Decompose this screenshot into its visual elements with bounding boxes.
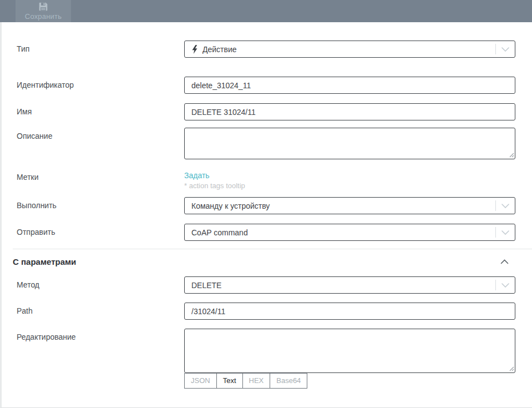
lightning-bolt-icon [191,45,198,54]
description-textarea[interactable] [184,128,515,159]
chevron-up-icon[interactable] [500,259,509,264]
send-label: Отправить [17,224,184,241]
execute-select-value: Команду к устройству [191,202,495,210]
chevron-down-icon [495,200,515,211]
params-section-title: С параметрами [13,257,76,266]
field-row-identifier: Идентификатор [2,77,532,94]
method-select[interactable]: DELETE [184,276,515,294]
save-button-label: Сохранить [25,12,62,21]
chevron-down-icon [495,44,515,54]
name-label: Имя [17,103,184,120]
editor-format-tabs: JSON Text HEX Base64 [184,373,515,389]
method-label: Метод [17,276,184,294]
chevron-down-icon [495,280,515,290]
field-row-description: Описание [2,128,532,159]
editor-label: Редактирование [17,329,184,389]
save-button[interactable]: Сохранить [16,0,71,22]
tab-hex[interactable]: HEX [242,373,271,389]
field-row-tags: Метки Задать * action tags tooltip [2,169,532,190]
identifier-input[interactable] [184,77,515,94]
type-label: Тип [17,41,184,58]
tags-hint: * action tags tooltip [184,182,515,190]
execute-label: Выполнить [17,197,184,214]
type-select[interactable]: Действие [184,41,515,58]
send-select-value: CoAP command [191,228,495,237]
params-section-header: С параметрами [2,249,532,266]
tab-json[interactable]: JSON [184,373,217,389]
field-row-type: Тип Действие [2,41,532,58]
send-select[interactable]: CoAP command [184,224,515,241]
chevron-down-icon [495,227,515,238]
path-label: Path [17,303,184,320]
field-row-editor: Редактирование JSON Text HEX Base64 [2,329,532,389]
tab-text[interactable]: Text [216,373,243,389]
path-input[interactable] [184,303,515,320]
field-row-execute: Выполнить Команду к устройству [2,197,532,214]
field-row-send: Отправить CoAP command [2,224,532,241]
toolbar: Сохранить [0,0,532,22]
field-row-method: Метод DELETE [2,276,532,294]
name-input[interactable] [184,103,515,120]
tab-base64[interactable]: Base64 [270,373,307,389]
tags-set-link[interactable]: Задать [184,169,210,180]
field-row-name: Имя [2,103,532,120]
floppy-disk-icon [38,2,48,12]
execute-select[interactable]: Команду к устройству [184,197,515,214]
editor-textarea[interactable] [184,329,515,373]
action-form-panel: Тип Действие Идентификатор Имя Описание [0,22,532,408]
identifier-label: Идентификатор [17,77,184,94]
field-row-path: Path [2,303,532,320]
tags-label: Метки [17,169,184,190]
type-select-value: Действие [202,45,237,54]
method-select-value: DELETE [191,281,495,290]
description-label: Описание [17,128,184,159]
